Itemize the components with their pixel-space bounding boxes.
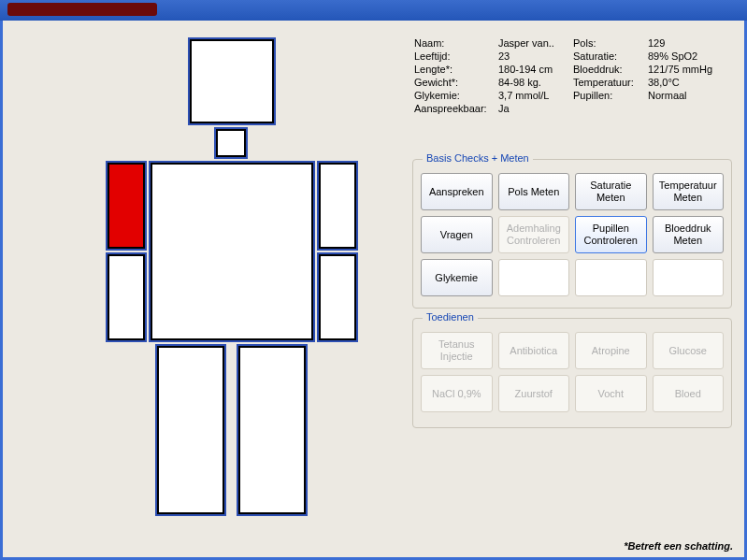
body-right-leg[interactable] [157, 346, 224, 514]
btn-ademhaling-controleren: Ademhaling Controleren [498, 216, 570, 253]
label-gewicht: Gewicht*: [414, 77, 498, 88]
label-aanspreekbaar: Aanspreekbaar: [414, 103, 498, 114]
label-temperatuur: Temperatuur: [573, 77, 648, 88]
btn-bloeddruk-meten[interactable]: Bloeddruk Meten [653, 216, 725, 253]
group-basis-checks: Basis Checks + Meten Aanspreken Pols Met… [412, 159, 732, 309]
body-right-upper-arm[interactable] [108, 163, 145, 249]
btn-nacl: NaCl 0,9% [421, 375, 493, 412]
value-aanspreekbaar: Ja [498, 103, 573, 114]
body-left-lower-arm[interactable] [319, 254, 356, 340]
btn-pupillen-controleren[interactable]: Pupillen Controleren [575, 216, 647, 253]
value-naam: Jasper van.. [498, 37, 573, 49]
value-temperatuur: 38,0°C [648, 77, 732, 88]
btn-saturatie-meten[interactable]: Saturatie Meten [575, 173, 647, 210]
btn-pols-meten[interactable]: Pols Meten [498, 173, 570, 210]
label-pols: Pols: [573, 37, 648, 49]
btn-tetanus: Tetanus Injectie [421, 332, 493, 369]
label-saturatie: Saturatie: [573, 50, 648, 62]
label-naam: Naam: [414, 37, 498, 49]
group-toedienen-title: Toedienen [423, 311, 478, 323]
btn-glykemie[interactable]: Glykemie [421, 259, 493, 296]
body-neck[interactable] [216, 129, 246, 157]
window-body: Naam: Jasper van.. Pols: 129 Leeftijd: 2… [3, 21, 744, 557]
value-pols: 129 [648, 37, 732, 49]
body-left-upper-arm[interactable] [319, 163, 356, 249]
value-gewicht: 84-98 kg. [498, 77, 573, 88]
value-pupillen: Normaal [648, 90, 732, 101]
footnote: *Betreft een schatting. [624, 540, 733, 552]
value-lengte: 180-194 cm [498, 64, 573, 75]
group-basis-checks-title: Basis Checks + Meten [423, 152, 533, 164]
label-pupillen: Pupillen: [573, 90, 648, 101]
btn-bloed: Bloed [653, 375, 725, 412]
label-lengte: Lengte*: [414, 64, 498, 75]
btn-zuurstof: Zuurstof [498, 375, 570, 412]
title-redacted [7, 3, 157, 16]
btn-atropine: Atropine [575, 332, 647, 369]
patient-info: Naam: Jasper van.. Pols: 129 Leeftijd: 2… [414, 37, 732, 114]
label-glykemie: Glykemie: [414, 90, 498, 101]
label-leeftijd: Leeftijd: [414, 50, 498, 62]
btn-vragen[interactable]: Vragen [421, 216, 493, 253]
body-head[interactable] [190, 39, 274, 123]
btn-glucose: Glucose [653, 332, 725, 369]
btn-antibiotica: Antibiotica [498, 332, 570, 369]
body-torso[interactable] [151, 163, 313, 340]
btn-temperatuur-meten[interactable]: Temperatuur Meten [653, 173, 725, 210]
group-toedienen: Toedienen Tetanus Injectie Antibiotica A… [412, 318, 732, 428]
btn-vocht: Vocht [575, 375, 647, 412]
titlebar [0, 0, 747, 21]
btn-empty-1 [498, 259, 570, 296]
body-left-leg[interactable] [238, 346, 306, 514]
btn-aanspreken[interactable]: Aanspreken [421, 173, 493, 210]
label-bloeddruk: Bloeddruk: [573, 64, 648, 75]
value-leeftijd: 23 [498, 50, 573, 62]
body-figure [40, 39, 377, 525]
value-saturatie: 89% SpO2 [648, 50, 732, 62]
value-glykemie: 3,7 mmol/L [498, 90, 573, 101]
btn-empty-3 [653, 259, 725, 296]
value-bloeddruk: 121/75 mmHg [648, 64, 732, 75]
btn-empty-2 [575, 259, 647, 296]
body-right-lower-arm[interactable] [108, 254, 145, 340]
